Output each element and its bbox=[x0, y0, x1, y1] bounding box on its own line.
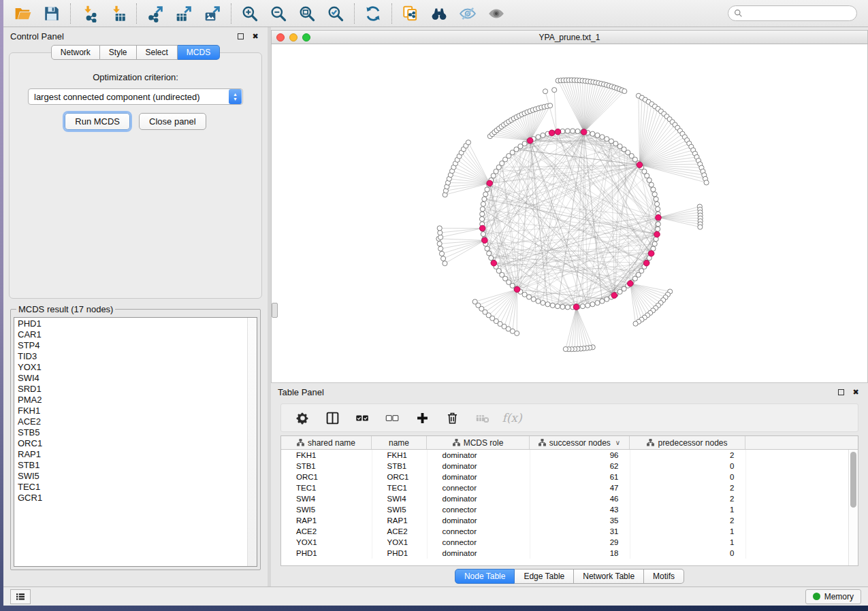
table-row[interactable]: SWI5SWI5connector431 bbox=[281, 504, 858, 515]
export-table-button[interactable] bbox=[170, 2, 198, 25]
mcds-result-item[interactable]: RAP1 bbox=[18, 449, 247, 460]
window-close-button[interactable] bbox=[276, 33, 285, 42]
float-panel-button[interactable] bbox=[235, 31, 246, 42]
hide-selected-button[interactable] bbox=[453, 2, 482, 25]
export-image-button[interactable] bbox=[198, 2, 227, 25]
close-table-panel-button[interactable]: ✖ bbox=[850, 386, 861, 397]
table-panel: Table Panel ✖ f(x) shared name bbox=[271, 383, 868, 587]
table-row[interactable]: STB1STB1dominator620 bbox=[281, 461, 858, 472]
panel-splitter-handle[interactable] bbox=[272, 303, 278, 318]
deselect-all-rows-button[interactable] bbox=[381, 407, 404, 429]
show-columns-button[interactable] bbox=[321, 407, 344, 429]
network-graph bbox=[272, 44, 867, 382]
tab-network-table[interactable]: Network Table bbox=[574, 569, 644, 584]
table-row[interactable]: ACE2ACE2connector311 bbox=[281, 526, 858, 537]
table-row[interactable]: RAP1RAP1dominator352 bbox=[281, 515, 858, 526]
import-table-button[interactable] bbox=[103, 2, 132, 25]
tab-node-table[interactable]: Node Table bbox=[455, 569, 515, 584]
search-input[interactable] bbox=[746, 9, 852, 18]
table-row[interactable]: PHD1PHD1dominator180 bbox=[281, 548, 858, 559]
mcds-result-item[interactable]: SWI5 bbox=[18, 471, 247, 482]
open-file-button[interactable] bbox=[9, 2, 37, 25]
tab-mcds[interactable]: MCDS bbox=[178, 45, 220, 60]
table-scrollbar-thumb[interactable] bbox=[850, 452, 856, 508]
mcds-result-group: MCDS result (17 nodes) PHD1CAR1STP4TID3Y… bbox=[10, 304, 261, 570]
export-network-button[interactable] bbox=[141, 2, 170, 25]
column-header-name[interactable]: name bbox=[372, 436, 427, 449]
zoom-selected-button[interactable] bbox=[321, 2, 350, 25]
deselect-all-icon bbox=[385, 411, 400, 425]
table-settings-button[interactable] bbox=[291, 407, 314, 429]
task-history-button[interactable] bbox=[10, 589, 31, 604]
tab-edge-table[interactable]: Edge Table bbox=[515, 569, 574, 584]
table-row[interactable]: FKH1FKH1dominator962 bbox=[281, 450, 858, 461]
search-field[interactable] bbox=[728, 5, 857, 21]
memory-button[interactable]: Memory bbox=[805, 589, 861, 604]
window-zoom-button[interactable] bbox=[302, 33, 310, 42]
mcds-result-item[interactable]: TEC1 bbox=[18, 482, 247, 493]
dropdown-stepper-icon: ▲▼ bbox=[229, 89, 242, 104]
column-header-filler bbox=[745, 436, 858, 449]
table-row[interactable]: TEC1TEC1connector472 bbox=[281, 482, 858, 493]
find-binoculars-button[interactable] bbox=[425, 2, 453, 25]
mcds-result-item[interactable]: ORC1 bbox=[18, 438, 247, 449]
zoom-selected-icon bbox=[327, 5, 344, 22]
column-header-shared-name[interactable]: shared name bbox=[281, 436, 372, 449]
mcds-result-item[interactable]: PHD1 bbox=[18, 318, 247, 329]
table-row[interactable]: SWI4SWI4dominator462 bbox=[281, 493, 858, 504]
clone-network-button[interactable] bbox=[396, 2, 425, 25]
refresh-layout-button[interactable] bbox=[359, 2, 387, 25]
select-all-rows-button[interactable] bbox=[351, 407, 374, 429]
mcds-result-item[interactable]: TID3 bbox=[18, 351, 247, 362]
mcds-result-item[interactable]: CAR1 bbox=[18, 329, 247, 340]
tab-motifs[interactable]: Motifs bbox=[644, 569, 684, 584]
mcds-result-item[interactable]: ACE2 bbox=[18, 416, 247, 427]
delete-table-button[interactable] bbox=[470, 407, 494, 429]
mcds-result-item[interactable]: STB5 bbox=[18, 427, 247, 438]
table-row[interactable]: ORC1ORC1dominator610 bbox=[281, 472, 858, 482]
function-builder-button[interactable]: f(x) bbox=[500, 407, 524, 429]
save-session-button[interactable] bbox=[37, 2, 66, 25]
find-binoculars-icon bbox=[430, 5, 448, 22]
mcds-result-item[interactable]: SWI4 bbox=[18, 373, 247, 384]
window-minimize-button[interactable] bbox=[289, 33, 298, 42]
tab-network[interactable]: Network bbox=[51, 45, 100, 60]
network-window-titlebar[interactable]: YPA_prune.txt_1 bbox=[271, 30, 868, 44]
zoom-out-button[interactable] bbox=[264, 2, 293, 25]
network-view-canvas[interactable] bbox=[271, 44, 868, 383]
criterion-dropdown[interactable]: largest connected component (undirected)… bbox=[28, 88, 243, 105]
mcds-result-item[interactable]: GCR1 bbox=[18, 493, 247, 503]
tab-select[interactable]: Select bbox=[137, 45, 178, 60]
delete-column-button[interactable] bbox=[440, 407, 464, 429]
float-table-panel-button[interactable] bbox=[835, 386, 846, 397]
control-panel-tabs: Network Style Select MCDS bbox=[51, 45, 220, 60]
table-row[interactable]: YOX1YOX1connector291 bbox=[281, 537, 858, 548]
save-session-icon bbox=[43, 5, 61, 22]
zoom-fit-button[interactable] bbox=[293, 2, 321, 25]
mcds-result-item[interactable]: STB1 bbox=[18, 460, 247, 471]
import-network-button[interactable] bbox=[75, 2, 103, 25]
close-mcds-button[interactable]: Close panel bbox=[139, 113, 206, 130]
shared-attr-icon bbox=[539, 439, 546, 446]
add-column-button[interactable] bbox=[411, 407, 434, 429]
close-panel-button[interactable]: ✖ bbox=[250, 31, 261, 42]
table-scrollbar[interactable] bbox=[848, 450, 858, 565]
mcds-result-item[interactable]: FKH1 bbox=[18, 406, 247, 416]
column-header-predecessor-nodes[interactable]: predecessor nodes bbox=[630, 436, 745, 449]
column-header-mcds-role[interactable]: MCDS role bbox=[427, 436, 530, 449]
mcds-result-item[interactable]: PMA2 bbox=[18, 395, 247, 406]
mcds-result-item[interactable]: SRD1 bbox=[18, 384, 247, 395]
optimization-criterion-label: Optimization criterion: bbox=[93, 72, 178, 82]
mcds-result-scrollbar[interactable] bbox=[247, 318, 257, 566]
mcds-result-item[interactable]: STP4 bbox=[18, 340, 247, 351]
zoom-in-button[interactable] bbox=[236, 2, 264, 25]
zoom-fit-icon bbox=[298, 5, 316, 22]
run-mcds-button[interactable]: Run MCDS bbox=[65, 113, 130, 130]
mcds-result-list: PHD1CAR1STP4TID3YOX1SWI4SRD1PMA2FKH1ACE2… bbox=[14, 318, 247, 566]
mcds-result-item[interactable]: YOX1 bbox=[18, 362, 247, 373]
memory-status-icon bbox=[813, 593, 820, 600]
columns-icon bbox=[325, 411, 340, 425]
show-all-button[interactable] bbox=[482, 2, 511, 25]
column-header-successor-nodes[interactable]: successor nodes∨ bbox=[530, 436, 630, 449]
tab-style[interactable]: Style bbox=[100, 45, 137, 60]
